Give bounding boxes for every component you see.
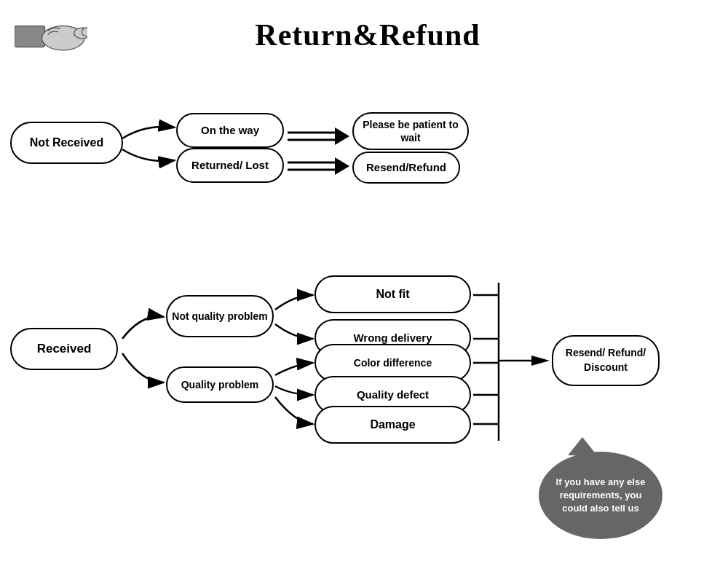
svg-marker-8 [335,127,349,145]
page-title: Return&Refund [102,17,633,52]
diagram: Not Received On the way Returned/ Lost P… [0,80,728,576]
node-damage: Damage [314,406,471,444]
node-returned-lost: Returned/ Lost [176,148,284,183]
speech-bubble: If you have any else requirements, you c… [539,452,662,539]
node-quality-problem: Quality problem [166,366,274,403]
node-resend-refund-top: Resend/Refund [352,152,460,184]
svg-marker-11 [335,157,349,175]
svg-point-3 [82,28,88,36]
node-on-the-way: On the way [176,113,284,148]
node-not-quality-problem: Not quality problem [166,295,274,337]
node-not-fit: Not fit [314,275,471,313]
node-not-received: Not Received [10,122,123,164]
svg-rect-0 [15,26,45,47]
node-received: Received [10,328,118,370]
node-resend-refund-discount: Resend/ Refund/ Discount [552,335,660,386]
hand-icon [15,13,87,57]
svg-marker-19 [531,356,550,366]
header: Return&Refund [0,0,728,64]
page-container: Return&Refund [0,0,728,577]
node-please-wait: Please be patient to wait [352,112,469,150]
